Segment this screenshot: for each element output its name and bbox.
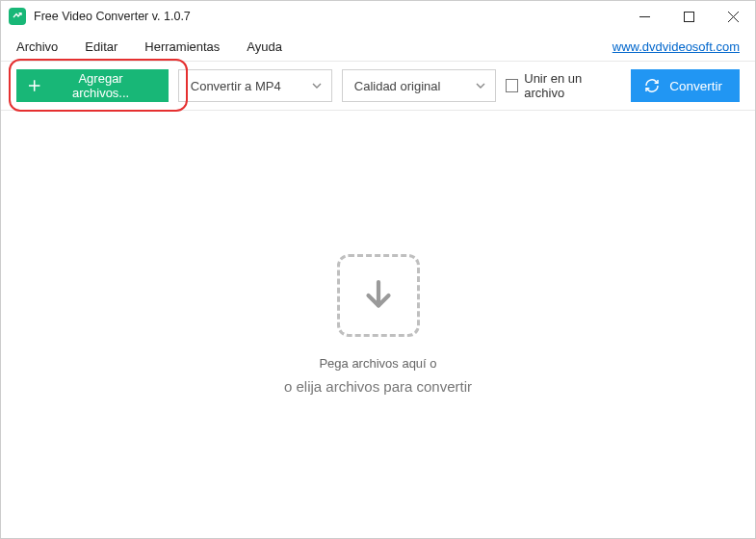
toolbar: Agregar archivos... Convertir a MP4 Cali… (1, 61, 755, 111)
chevron-down-icon (476, 83, 485, 89)
chevron-down-icon (312, 83, 322, 89)
dropzone-text-1: Pega archivos aquí o (319, 356, 436, 371)
merge-checkbox[interactable]: Unir en un archivo (506, 71, 621, 100)
drop-box (337, 254, 420, 337)
quality-dropdown[interactable]: Calidad original (342, 69, 496, 102)
dropzone-text-2: o elija archivos para convertir (284, 378, 472, 395)
minimize-button[interactable] (622, 1, 666, 32)
download-arrow-icon (358, 275, 399, 316)
convert-button[interactable]: Convertir (631, 69, 740, 102)
merge-label: Unir en un archivo (524, 71, 621, 100)
checkbox-box (506, 79, 518, 92)
window-title: Free Video Converter v. 1.0.7 (34, 10, 191, 23)
menu-herramientas[interactable]: Herramientas (144, 39, 220, 54)
format-selected: Convertir a MP4 (191, 79, 281, 93)
close-button[interactable] (711, 1, 755, 32)
menu-archivo[interactable]: Archivo (16, 39, 58, 54)
window-controls (622, 1, 755, 32)
maximize-button[interactable] (666, 1, 711, 32)
refresh-icon (644, 78, 660, 93)
svg-rect-1 (684, 12, 693, 21)
add-files-label: Agregar archivos... (50, 71, 150, 100)
plus-icon (28, 79, 40, 92)
menu-ayuda[interactable]: Ayuda (247, 39, 282, 54)
quality-selected: Calidad original (354, 79, 441, 93)
convert-label: Convertir (669, 79, 722, 93)
menubar: Archivo Editar Herramientas Ayuda www.dv… (1, 32, 755, 61)
format-dropdown[interactable]: Convertir a MP4 (178, 69, 332, 102)
titlebar: Free Video Converter v. 1.0.7 (1, 1, 755, 32)
website-link[interactable]: www.dvdvideosoft.com (613, 39, 740, 54)
app-icon (9, 8, 26, 25)
dropzone[interactable]: Pega archivos aquí o o elija archivos pa… (1, 111, 755, 538)
add-files-button[interactable]: Agregar archivos... (16, 69, 169, 102)
menu-editar[interactable]: Editar (85, 39, 117, 54)
